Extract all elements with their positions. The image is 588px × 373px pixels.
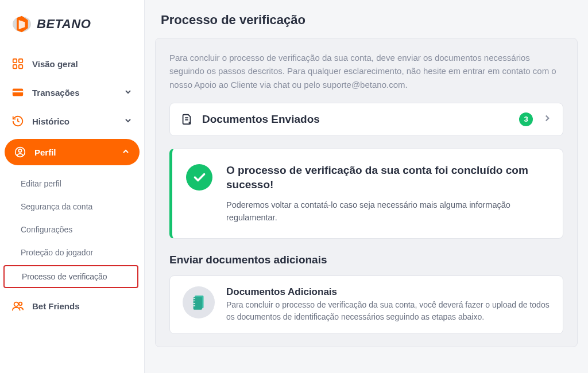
additional-documents-title: Documentos Adicionais <box>226 286 550 298</box>
intro-text: Para concluir o processo de verificação … <box>169 51 563 91</box>
sidebar-item-label: Histórico <box>32 116 69 126</box>
document-edit-icon <box>180 113 193 126</box>
sidebar-item-label: Visão geral <box>32 59 78 69</box>
svg-rect-2 <box>19 59 22 63</box>
svg-point-9 <box>14 302 18 306</box>
success-card: O processo de verificação da sua conta f… <box>169 149 563 239</box>
additional-section-title: Enviar documentos adicionais <box>169 254 563 266</box>
sidebar-item-history[interactable]: Histórico <box>0 107 144 135</box>
check-circle-icon <box>186 164 212 191</box>
svg-point-8 <box>18 149 21 152</box>
documents-sent-row[interactable]: Documentos Enviados 3 <box>169 103 563 136</box>
svg-rect-4 <box>19 65 22 68</box>
svg-point-10 <box>19 302 22 306</box>
additional-documents-text: Para concluir o processo de verificação … <box>226 299 550 323</box>
additional-documents-text-block: Documentos Adicionais Para concluir o pr… <box>226 286 550 323</box>
sidebar-item-label: Transações <box>32 88 80 98</box>
success-subtext: Poderemos voltar a contatá-lo caso seja … <box>226 199 547 224</box>
sub-item-verification-process[interactable]: Processo de verificação <box>3 265 138 288</box>
documents-sent-label: Documentos Enviados <box>202 113 510 126</box>
chevron-down-icon <box>123 87 133 98</box>
svg-rect-3 <box>13 65 17 68</box>
history-icon <box>11 115 24 127</box>
user-icon <box>14 146 26 158</box>
page-header: Processo de verificação <box>145 0 588 38</box>
success-title: O processo de verificação da sua conta f… <box>226 163 547 192</box>
svg-rect-6 <box>13 91 23 92</box>
documents-sent-count-badge: 3 <box>519 112 533 126</box>
page-title: Processo de verificação <box>161 13 572 28</box>
chevron-right-icon <box>542 113 552 126</box>
sidebar-item-label: Perfil <box>34 147 56 157</box>
sub-item-player-protection[interactable]: Proteção do jogador <box>0 241 144 264</box>
sub-item-settings[interactable]: Configurações <box>0 218 144 241</box>
sidebar: BETANO Visão geral Transações His <box>0 0 145 373</box>
additional-documents-card[interactable]: Documentos Adicionais Para concluir o pr… <box>169 275 563 334</box>
chevron-down-icon <box>123 116 133 127</box>
grid-icon <box>11 57 24 70</box>
brand-logo-icon <box>11 15 32 33</box>
friends-icon <box>11 300 24 312</box>
sidebar-item-label: Bet Friends <box>32 301 80 311</box>
content-panel: Para concluir o processo de verificação … <box>155 38 578 347</box>
sub-item-edit-profile[interactable]: Editar perfil <box>0 172 144 195</box>
main-content: Processo de verificação Para concluir o … <box>145 0 588 373</box>
svg-rect-1 <box>13 59 17 63</box>
sidebar-item-overview[interactable]: Visão geral <box>0 49 144 78</box>
sidebar-item-profile[interactable]: Perfil <box>5 139 140 165</box>
success-text-block: O processo de verificação da sua conta f… <box>226 163 547 224</box>
sub-item-account-security[interactable]: Segurança da conta <box>0 195 144 218</box>
chevron-up-icon <box>121 147 130 158</box>
profile-submenu: Editar perfil Segurança da conta Configu… <box>0 169 144 292</box>
card-icon <box>11 86 24 99</box>
sidebar-item-bet-friends[interactable]: Bet Friends <box>0 292 144 320</box>
brand-logo[interactable]: BETANO <box>0 6 144 49</box>
brand-name: BETANO <box>37 17 91 32</box>
sidebar-item-transactions[interactable]: Transações <box>0 78 144 107</box>
notebook-icon <box>183 286 215 318</box>
